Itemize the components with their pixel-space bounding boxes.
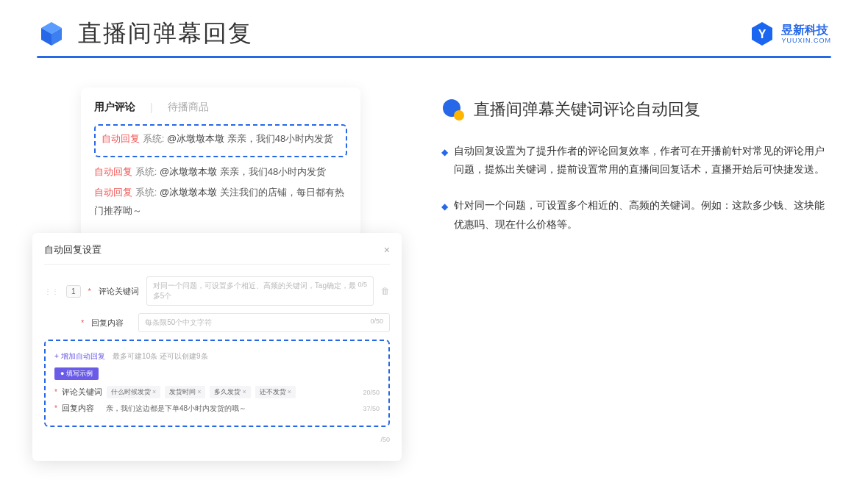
svg-point-2: [454, 110, 464, 121]
keyword-chip[interactable]: 还不发货×: [255, 386, 296, 398]
keyword-label: 评论关键词: [99, 286, 139, 297]
chip-remove-icon[interactable]: ×: [197, 388, 201, 395]
content-count: 0/50: [370, 317, 383, 328]
required-dot: *: [54, 404, 57, 412]
auto-reply-tag: 自动回复: [94, 187, 132, 198]
example-content-value: 亲，我们这边都是下单48小时内发货的哦～: [106, 403, 246, 414]
required-dot: *: [54, 388, 57, 396]
example-content-label: 回复内容: [62, 403, 102, 414]
system-tag: 系统:: [135, 187, 157, 198]
comment-text: 亲亲，我们48小时内发货: [227, 133, 333, 144]
add-hint: 最多可建10条 还可以创建9条: [113, 352, 207, 360]
user-mention: @冰墩墩本墩: [160, 166, 217, 177]
required-dot: *: [88, 287, 91, 295]
header: 直播间弹幕回复 Y 昱新科技 YUUXIN.COM: [37, 18, 831, 50]
system-tag: 系统:: [143, 133, 165, 144]
bullet-text: 自动回复设置为了提升作者的评论回复效率，作者可在开播前针对常见的评论用户问题，提…: [454, 142, 831, 179]
example-box: + 增加自动回复 最多可建10条 还可以创建9条 ● 填写示例 * 评论关键词 …: [44, 340, 390, 427]
svg-text:Y: Y: [758, 28, 766, 40]
comments-card: 用户评论 | 待播商品 自动回复 系统: @冰墩墩本墩 亲亲，我们48小时内发货…: [81, 87, 360, 241]
cube-icon: [37, 19, 66, 49]
example-keyword-count: 20/50: [363, 389, 380, 396]
highlighted-comment: 自动回复 系统: @冰墩墩本墩 亲亲，我们48小时内发货: [94, 124, 347, 157]
example-content-count: 37/50: [363, 405, 380, 412]
index-number: 1: [66, 285, 81, 298]
content-label: 回复内容: [91, 317, 131, 329]
section-title: 直播间弹幕关键词评论自动回复: [474, 98, 700, 121]
close-icon[interactable]: ×: [384, 244, 390, 256]
screenshots-area: 用户评论 | 待播商品 自动回复 系统: @冰墩墩本墩 亲亲，我们48小时内发货…: [37, 87, 405, 433]
content-placeholder: 每条限50个中文字符: [145, 317, 212, 328]
drag-handle-icon[interactable]: ⋮⋮: [44, 287, 59, 295]
required-dot: *: [81, 318, 84, 327]
auto-reply-tag: 自动回复: [102, 133, 140, 144]
brand-name: 昱新科技: [781, 24, 831, 37]
brand-sub: YUUXIN.COM: [781, 37, 831, 44]
header-divider: [37, 56, 831, 58]
diamond-bullet-icon: ◆: [441, 145, 448, 179]
example-keyword-label: 评论关键词: [62, 387, 102, 398]
comment-text: 亲亲，我们48小时内发货: [220, 166, 326, 177]
chip-remove-icon[interactable]: ×: [242, 388, 246, 395]
user-mention: @冰墩墩本墩: [160, 187, 217, 198]
explanation-panel: 直播间弹幕关键词评论自动回复 ◆ 自动回复设置为了提升作者的评论回复效率，作者可…: [441, 87, 831, 251]
tab-pending-goods[interactable]: 待播商品: [168, 101, 209, 114]
diamond-bullet-icon: ◆: [441, 199, 448, 233]
chat-bubble-icon: [441, 98, 465, 121]
bullet-item: ◆ 自动回复设置为了提升作者的评论回复效率，作者可在开播前针对常见的评论用户问题…: [441, 142, 831, 179]
tail-count: /50: [380, 436, 390, 443]
content-input[interactable]: 每条限50个中文字符 0/50: [138, 313, 390, 332]
keyword-chip[interactable]: 发货时间×: [165, 386, 205, 398]
page-title: 直播间弹幕回复: [78, 18, 253, 50]
bullet-text: 针对同一个问题，可设置多个相近的、高频的关键词。例如：这款多少钱、这块能优惠吗、…: [454, 196, 831, 233]
trash-icon[interactable]: 🗑: [381, 286, 390, 296]
user-mention: @冰墩墩本墩: [167, 133, 224, 144]
chip-remove-icon[interactable]: ×: [152, 388, 156, 395]
brand-logo: Y 昱新科技 YUUXIN.COM: [749, 21, 831, 47]
keyword-chip[interactable]: 多久发货×: [210, 386, 250, 398]
chip-remove-icon[interactable]: ×: [288, 388, 291, 395]
keyword-input[interactable]: 对同一个问题，可设置多个相近、高频的关键词，Tag确定，最多5个 0/5: [146, 276, 374, 306]
auto-reply-tag: 自动回复: [94, 166, 132, 177]
keyword-count: 0/5: [357, 281, 367, 301]
keyword-placeholder: 对同一个问题，可设置多个相近、高频的关键词，Tag确定，最多5个: [153, 281, 358, 301]
add-reply-link[interactable]: + 增加自动回复: [54, 352, 105, 360]
tab-separator: |: [150, 101, 153, 113]
keyword-chip[interactable]: 什么时候发货×: [107, 386, 160, 398]
system-tag: 系统:: [135, 166, 157, 177]
modal-title: 自动回复设置: [44, 243, 102, 256]
settings-modal: 自动回复设置 × ⋮⋮ 1 * 评论关键词 对同一个问题，可设置多个相近、高频的…: [32, 233, 402, 461]
tab-user-comments[interactable]: 用户评论: [94, 101, 135, 114]
logo-icon: Y: [749, 21, 775, 47]
bullet-item: ◆ 针对同一个问题，可设置多个相近的、高频的关键词。例如：这款多少钱、这块能优惠…: [441, 196, 831, 233]
example-badge: ● 填写示例: [54, 367, 99, 380]
